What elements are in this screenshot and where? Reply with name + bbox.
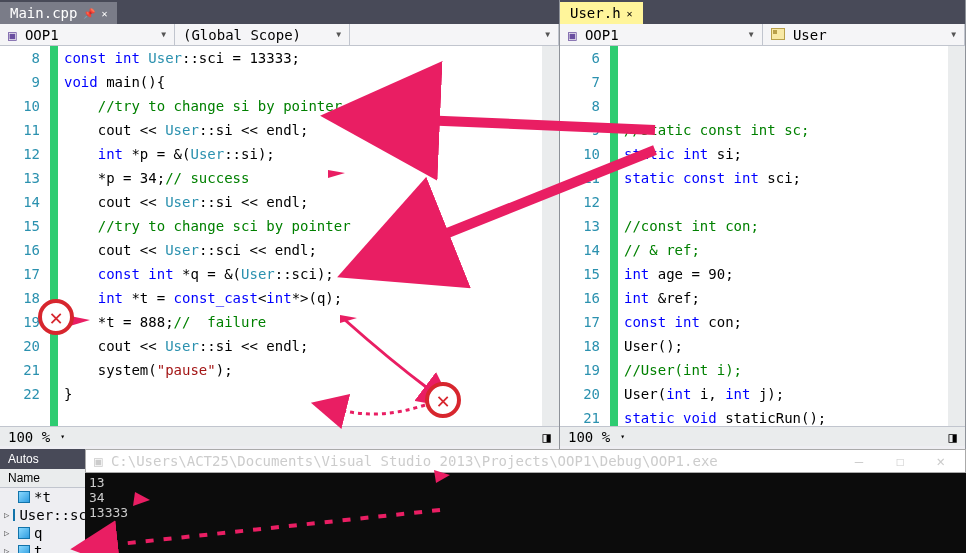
project-dropdown[interactable]: ▣ OOP1▼ (0, 24, 175, 45)
code-line[interactable]: //User(int i); (624, 358, 948, 382)
code-line[interactable]: //static const int sc; (624, 118, 948, 142)
code-line[interactable]: *t = 888;// failure (64, 310, 542, 334)
code-line[interactable]: void main(){ (64, 70, 542, 94)
chevron-down-icon: ▼ (161, 30, 166, 39)
code-area[interactable]: const int User::sci = 13333;void main(){… (58, 46, 542, 426)
zoom-level[interactable]: 100 % (568, 429, 610, 445)
class-dropdown[interactable]: User▼ (763, 24, 966, 45)
code-line[interactable]: //try to change sci by pointer (64, 214, 542, 238)
code-line[interactable]: // & ref; (624, 238, 948, 262)
chevron-down-icon[interactable]: ▾ (60, 432, 65, 441)
code-line[interactable]: //try to change si by pointer (64, 94, 542, 118)
split-icon[interactable]: ◨ (543, 429, 551, 445)
line-gutter: 8910111213141516171819202122 (0, 46, 50, 426)
maximize-button[interactable]: ☐ (884, 453, 916, 469)
code-line[interactable]: cout << User::sci << endl; (64, 238, 542, 262)
line-number: 10 (0, 94, 40, 118)
console-path: C:\Users\ACT25\Documents\Visual Studio 2… (111, 453, 718, 469)
code-line[interactable]: *p = 34;// success (64, 166, 542, 190)
chevron-down-icon: ▼ (545, 30, 550, 39)
expand-icon[interactable]: ▷ (4, 510, 9, 520)
code-line[interactable]: cout << User::si << endl; (64, 118, 542, 142)
expand-icon[interactable]: ▷ (4, 528, 14, 538)
code-line[interactable]: int age = 90; (624, 262, 948, 286)
autos-panel: Autos Name *t ▷ User::sc ▷ q ▷ t (0, 449, 85, 553)
code-area[interactable]: //static const int sc;static int si;stat… (618, 46, 948, 426)
line-number: 20 (0, 334, 40, 358)
code-line[interactable]: static const int sci; (624, 166, 948, 190)
code-line[interactable]: static int si; (624, 142, 948, 166)
expand-icon[interactable]: ▷ (4, 546, 14, 553)
line-number: 11 (560, 166, 600, 190)
code-line[interactable]: const int con; (624, 310, 948, 334)
line-number: 20 (560, 382, 600, 406)
scope-dropdown[interactable]: (Global Scope)▼ (175, 24, 350, 45)
left-scope-bar: ▣ OOP1▼ (Global Scope)▼ ▼ (0, 24, 559, 46)
left-code-editor[interactable]: 8910111213141516171819202122 const int U… (0, 46, 559, 426)
line-number: 19 (0, 310, 40, 334)
code-line[interactable]: User(int i, int j); (624, 382, 948, 406)
line-number: 14 (560, 238, 600, 262)
chevron-down-icon: ▼ (336, 30, 341, 39)
autos-row[interactable]: ▷ User::sc (0, 506, 85, 524)
left-tabs: Main.cpp 📌 ✕ (0, 0, 559, 24)
code-line[interactable]: cout << User::si << endl; (64, 334, 542, 358)
console-titlebar[interactable]: ▣ C:\Users\ACT25\Documents\Visual Studio… (85, 449, 966, 473)
error-badge: ✕ (38, 299, 74, 335)
console-output[interactable]: 13 34 13333 (85, 473, 966, 522)
code-line[interactable]: cout << User::si << endl; (64, 190, 542, 214)
code-line[interactable]: int *t = const_cast<int*>(q); (64, 286, 542, 310)
code-line[interactable] (624, 190, 948, 214)
code-line[interactable]: const int *q = &(User::sci); (64, 262, 542, 286)
line-number: 6 (560, 46, 600, 70)
pin-icon[interactable]: 📌 (83, 8, 95, 19)
close-icon[interactable]: ✕ (101, 8, 107, 19)
code-line[interactable]: int &ref; (624, 286, 948, 310)
right-code-editor[interactable]: 678910111213141516171819202122 //static … (560, 46, 965, 426)
line-number: 11 (0, 118, 40, 142)
variable-name: User::sc (19, 507, 86, 523)
line-number: 17 (0, 262, 40, 286)
autos-header[interactable]: Autos (0, 449, 85, 469)
autos-row[interactable]: *t (0, 488, 85, 506)
member-dropdown[interactable]: ▼ (350, 24, 559, 45)
line-number: 18 (0, 286, 40, 310)
autos-column-name[interactable]: Name (0, 469, 85, 488)
console-window: ▣ C:\Users\ACT25\Documents\Visual Studio… (85, 449, 966, 553)
tab-main-cpp[interactable]: Main.cpp 📌 ✕ (0, 2, 117, 24)
chevron-down-icon[interactable]: ▾ (620, 432, 625, 441)
line-number: 13 (560, 214, 600, 238)
line-number: 22 (0, 382, 40, 406)
close-button[interactable]: ✕ (925, 453, 957, 469)
code-line[interactable] (624, 46, 948, 70)
code-line[interactable] (624, 94, 948, 118)
code-line[interactable]: } (64, 382, 542, 406)
vertical-scrollbar[interactable] (948, 46, 965, 426)
line-number: 19 (560, 358, 600, 382)
code-line[interactable]: User(); (624, 334, 948, 358)
line-number: 21 (560, 406, 600, 426)
code-line[interactable]: //const int con; (624, 214, 948, 238)
minimize-button[interactable]: — (843, 453, 875, 469)
zoom-level[interactable]: 100 % (8, 429, 50, 445)
line-number: 9 (0, 70, 40, 94)
code-line[interactable]: int *p = &(User::si); (64, 142, 542, 166)
close-icon[interactable]: ✕ (627, 8, 633, 19)
project-dropdown[interactable]: ▣ OOP1▼ (560, 24, 763, 45)
vertical-scrollbar[interactable] (542, 46, 559, 426)
tab-user-h[interactable]: User.h ✕ (560, 2, 643, 24)
line-number: 21 (0, 358, 40, 382)
code-line[interactable]: system("pause"); (64, 358, 542, 382)
split-icon[interactable]: ◨ (949, 429, 957, 445)
code-line[interactable] (624, 70, 948, 94)
line-gutter: 678910111213141516171819202122 (560, 46, 610, 426)
line-number: 9 (560, 118, 600, 142)
code-line[interactable]: const int User::sci = 13333; (64, 46, 542, 70)
chevron-down-icon: ▼ (951, 30, 956, 39)
dd-label: (Global Scope) (183, 27, 301, 43)
code-line[interactable]: static void staticRun(); (624, 406, 948, 426)
right-status-bar: 100 %▾ ◨ (560, 426, 965, 446)
dd-label: User (793, 27, 827, 43)
autos-row[interactable]: ▷ q (0, 524, 85, 542)
autos-row[interactable]: ▷ t (0, 542, 85, 553)
